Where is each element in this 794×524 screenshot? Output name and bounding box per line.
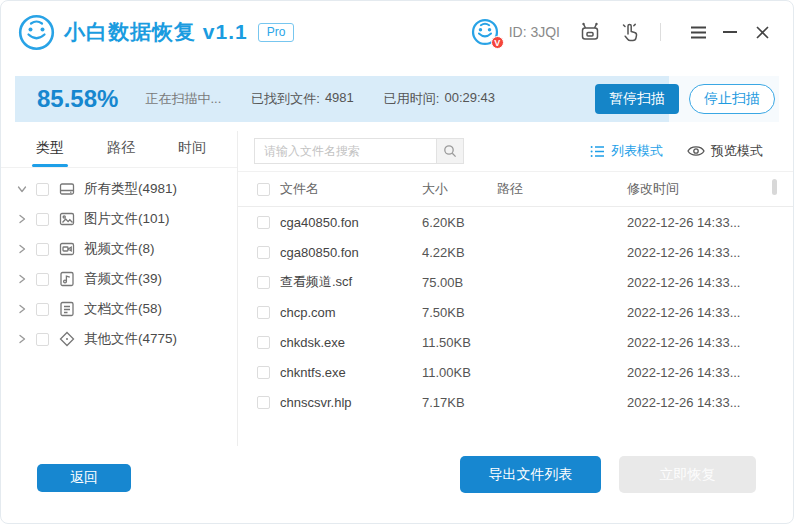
row-checkbox[interactable] bbox=[257, 306, 270, 319]
file-list-panel: 列表模式 预览模式 文件名 大小 路径 修改时间 cga4085 bbox=[238, 131, 793, 446]
tree-item-label: 其他文件(4775) bbox=[84, 330, 177, 348]
table-row[interactable]: cga40850.fon 6.20KB 2022-12-26 14:33... bbox=[238, 207, 793, 237]
row-checkbox[interactable] bbox=[257, 246, 270, 259]
tab-time[interactable]: 时间 bbox=[178, 139, 206, 167]
row-checkbox[interactable] bbox=[257, 216, 270, 229]
tree-checkbox[interactable] bbox=[36, 303, 49, 316]
tree-item-documents[interactable]: 文档文件(58) bbox=[1, 294, 237, 324]
file-list: cga40850.fon 6.20KB 2022-12-26 14:33... … bbox=[238, 207, 793, 417]
files-found-label: 已找到文件: bbox=[251, 90, 320, 108]
scan-progress-bar: 85.58% 正在扫描中... 已找到文件: 4981 已用时间: 00:29:… bbox=[15, 76, 779, 122]
audio-icon bbox=[58, 270, 76, 288]
chevron-right-icon[interactable] bbox=[16, 334, 27, 344]
file-modified: 2022-12-26 14:33... bbox=[627, 395, 793, 410]
file-size: 7.17KB bbox=[422, 395, 497, 410]
list-mode-button[interactable]: 列表模式 bbox=[590, 142, 663, 160]
table-row[interactable]: 查看频道.scf 75.00B 2022-12-26 14:33... bbox=[238, 267, 793, 297]
chevron-down-icon[interactable] bbox=[16, 184, 27, 194]
view-mode-switch: 列表模式 预览模式 bbox=[590, 142, 763, 160]
chevron-right-icon[interactable] bbox=[16, 244, 27, 254]
table-row[interactable]: chcp.com 7.50KB 2022-12-26 14:33... bbox=[238, 297, 793, 327]
back-button[interactable]: 返回 bbox=[37, 464, 131, 492]
pro-badge: Pro bbox=[258, 23, 295, 42]
tree-item-audio[interactable]: 音频文件(39) bbox=[1, 264, 237, 294]
scan-status-text: 正在扫描中... bbox=[145, 90, 221, 108]
title-bar: 小白数据恢复 v1.1 Pro V ID: 3JQI bbox=[1, 1, 793, 63]
app-title: 小白数据恢复 v1.1 bbox=[64, 18, 248, 46]
file-size: 6.20KB bbox=[422, 215, 497, 230]
video-icon bbox=[58, 240, 76, 258]
list-icon bbox=[590, 145, 605, 158]
chevron-right-icon[interactable] bbox=[16, 214, 27, 224]
export-file-list-button[interactable]: 导出文件列表 bbox=[460, 456, 601, 493]
file-size: 11.00KB bbox=[422, 365, 497, 380]
tree-item-videos[interactable]: 视频文件(8) bbox=[1, 234, 237, 264]
file-modified: 2022-12-26 14:33... bbox=[627, 365, 793, 380]
file-modified: 2022-12-26 14:33... bbox=[627, 245, 793, 260]
chevron-right-icon[interactable] bbox=[16, 274, 27, 284]
search-icon bbox=[443, 144, 457, 158]
table-row[interactable]: chnscsvr.hlp 7.17KB 2022-12-26 14:33... bbox=[238, 387, 793, 417]
scrollbar-thumb[interactable] bbox=[772, 179, 777, 195]
tree-item-images[interactable]: 图片文件(101) bbox=[1, 204, 237, 234]
tree-item-label: 图片文件(101) bbox=[84, 210, 170, 228]
row-checkbox[interactable] bbox=[257, 276, 270, 289]
touch-guide-icon[interactable] bbox=[619, 21, 641, 43]
files-found-stat: 已找到文件: 4981 bbox=[251, 90, 354, 108]
table-row[interactable]: cga80850.fon 4.22KB 2022-12-26 14:33... bbox=[238, 237, 793, 267]
tab-path[interactable]: 路径 bbox=[107, 139, 135, 167]
row-checkbox[interactable] bbox=[257, 366, 270, 379]
file-type-tree: 所有类型(4981) 图片文件(101) bbox=[1, 168, 237, 354]
robot-feedback-icon[interactable] bbox=[578, 21, 602, 43]
user-id: ID: 3JQI bbox=[509, 24, 560, 40]
table-row[interactable]: chkdsk.exe 11.50KB 2022-12-26 14:33... bbox=[238, 327, 793, 357]
tree-checkbox[interactable] bbox=[36, 333, 49, 346]
stop-scan-button[interactable]: 停止扫描 bbox=[689, 84, 775, 114]
select-all-checkbox[interactable] bbox=[257, 183, 270, 196]
tree-item-others[interactable]: 其他文件(4775) bbox=[1, 324, 237, 354]
tree-item-label: 文档文件(58) bbox=[84, 300, 162, 318]
file-name: chkntfs.exe bbox=[280, 365, 422, 380]
titlebar-divider bbox=[660, 23, 661, 41]
preview-mode-button[interactable]: 预览模式 bbox=[687, 142, 763, 160]
other-files-icon bbox=[58, 330, 76, 348]
table-header: 文件名 大小 路径 修改时间 bbox=[238, 172, 793, 207]
file-name: cga80850.fon bbox=[280, 245, 422, 260]
row-checkbox[interactable] bbox=[257, 396, 270, 409]
footer-bar: 返回 导出文件列表 立即恢复 bbox=[1, 446, 793, 524]
files-found-value: 4981 bbox=[325, 90, 354, 108]
file-size: 4.22KB bbox=[422, 245, 497, 260]
time-used-stat: 已用时间: 00:29:43 bbox=[384, 90, 495, 108]
table-row[interactable]: chkntfs.exe 11.00KB 2022-12-26 14:33... bbox=[238, 357, 793, 387]
tree-checkbox[interactable] bbox=[36, 243, 49, 256]
search-input[interactable] bbox=[254, 138, 436, 164]
time-used-label: 已用时间: bbox=[384, 90, 440, 108]
preview-mode-label: 预览模式 bbox=[711, 142, 763, 160]
search-group bbox=[254, 138, 464, 164]
sidebar: 类型 路径 时间 所有类型(4981) bbox=[1, 131, 238, 446]
tree-checkbox[interactable] bbox=[36, 213, 49, 226]
file-modified: 2022-12-26 14:33... bbox=[627, 275, 793, 290]
file-size: 7.50KB bbox=[422, 305, 497, 320]
row-checkbox[interactable] bbox=[257, 336, 270, 349]
file-size: 11.50KB bbox=[422, 335, 497, 350]
menu-button[interactable] bbox=[687, 21, 709, 43]
chevron-right-icon[interactable] bbox=[16, 304, 27, 314]
tree-item-all-types[interactable]: 所有类型(4981) bbox=[1, 174, 237, 204]
search-button[interactable] bbox=[436, 138, 464, 164]
header-path: 路径 bbox=[497, 180, 627, 198]
sidebar-tabs: 类型 路径 时间 bbox=[1, 131, 237, 168]
tree-checkbox[interactable] bbox=[36, 183, 49, 196]
file-name: cga40850.fon bbox=[280, 215, 422, 230]
tree-item-label: 所有类型(4981) bbox=[84, 180, 177, 198]
tree-checkbox[interactable] bbox=[36, 273, 49, 286]
recover-now-button[interactable]: 立即恢复 bbox=[619, 456, 756, 493]
minimize-button[interactable] bbox=[719, 21, 741, 43]
file-modified: 2022-12-26 14:33... bbox=[627, 215, 793, 230]
pause-scan-button[interactable]: 暂停扫描 bbox=[595, 84, 679, 114]
close-button[interactable] bbox=[751, 21, 773, 43]
header-file-name: 文件名 bbox=[280, 180, 422, 198]
file-name: chnscsvr.hlp bbox=[280, 395, 422, 410]
tab-type[interactable]: 类型 bbox=[36, 139, 64, 167]
user-avatar[interactable]: V bbox=[471, 18, 499, 46]
